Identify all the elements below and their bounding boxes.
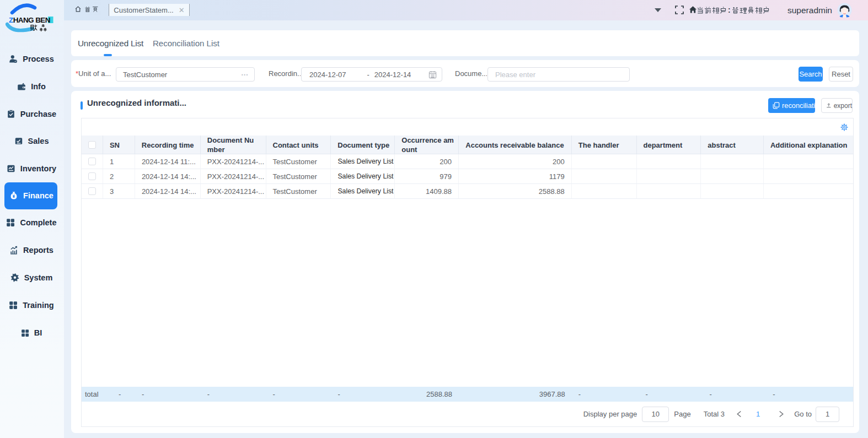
svg-text:ZHANG BEN: ZHANG BEN <box>9 16 50 24</box>
